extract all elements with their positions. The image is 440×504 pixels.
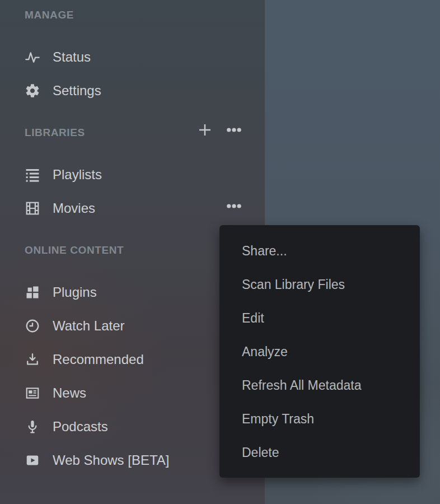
menu-item-empty-trash[interactable]: Empty Trash [219,402,420,436]
add-library-button[interactable] [197,123,213,139]
playlist-icon [25,167,40,183]
sidebar-item-label: Movies [53,200,95,216]
menu-item-share[interactable]: Share... [219,234,420,268]
sidebar-item-label: Recommended [53,352,144,367]
section-header-label: ONLINE CONTENT [25,244,124,256]
sidebar-item-label: Plugins [53,284,97,300]
sidebar-item-label: Podcasts [53,419,108,435]
menu-item-delete[interactable]: Delete [219,436,420,469]
sidebar-item-status[interactable]: Status [25,44,265,71]
gear-icon [25,83,40,99]
sidebar-item-label: Settings [53,83,101,99]
menu-item-analyze[interactable]: Analyze [219,335,420,368]
sidebar-item-label: Watch Later [53,318,125,334]
download-icon [25,352,40,367]
sidebar-item-label: Web Shows [BETA] [53,452,170,468]
film-icon [25,200,40,216]
menu-item-scan-library-files[interactable]: Scan Library Files [219,268,420,301]
sidebar-item-settings[interactable]: Settings [25,77,265,104]
sidebar-item-playlists[interactable]: Playlists [25,161,265,188]
activity-icon [25,49,40,65]
section-header-manage: MANAGE [25,7,74,23]
grid-icon [25,284,40,300]
menu-item-edit[interactable]: Edit [219,301,420,335]
movies-more-button[interactable] [226,199,242,215]
section-header-online-content: ONLINE CONTENT [25,242,124,258]
sidebar-item-label: News [53,385,86,401]
news-icon [25,385,40,401]
section-header-label: LIBRARIES [25,127,85,139]
libraries-more-button[interactable] [226,123,242,139]
clock-icon [25,318,40,334]
menu-item-refresh-all-metadata[interactable]: Refresh All Metadata [219,368,420,402]
more-icon [226,122,242,140]
sidebar-item-label: Playlists [53,167,102,183]
section-header-libraries: LIBRARIES [25,125,85,141]
sidebar-item-label: Status [53,49,91,65]
section-header-label: MANAGE [25,9,74,21]
library-context-menu: Share... Scan Library Files Edit Analyze… [219,225,420,478]
more-icon [226,198,242,216]
play-video-icon [25,452,40,468]
plex-app-screen: MANAGE Status Settings LIBRARIES [0,0,440,504]
plus-icon [198,123,212,139]
microphone-icon [25,419,40,435]
